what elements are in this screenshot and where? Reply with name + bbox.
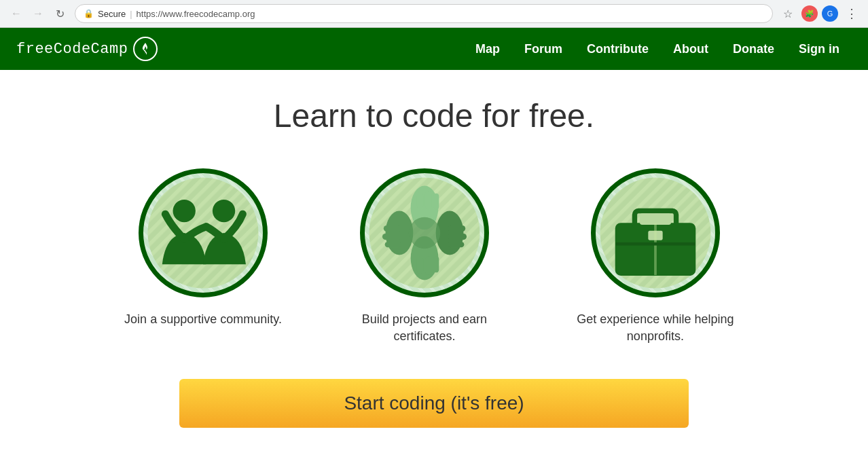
bookmark-button[interactable]: ☆ xyxy=(778,4,797,23)
nav-signin[interactable]: Sign in xyxy=(786,28,852,70)
svg-rect-22 xyxy=(448,225,465,232)
browser-chrome: ← → ↻ 🔒 Secure | https://www.freecodecam… xyxy=(0,0,868,28)
community-icon-circle xyxy=(139,168,268,297)
browser-toolbar: ← → ↻ 🔒 Secure | https://www.freecodecam… xyxy=(0,0,868,27)
refresh-button[interactable]: ↻ xyxy=(50,4,69,23)
svg-rect-23 xyxy=(448,234,467,240)
svg-rect-24 xyxy=(448,242,464,247)
svg-rect-11 xyxy=(425,191,431,210)
brand-text: freeCodeCamp xyxy=(16,41,128,58)
projects-caption: Build projects and earn certificates. xyxy=(336,311,513,345)
feature-projects: Build projects and earn certificates. xyxy=(336,168,513,345)
nonprofits-icon-circle xyxy=(591,168,720,297)
svg-rect-12 xyxy=(433,194,439,210)
browser-nav-buttons: ← → ↻ xyxy=(7,4,69,23)
svg-point-3 xyxy=(147,177,258,288)
svg-rect-34 xyxy=(616,242,695,246)
browser-actions: ☆ 🧩 G ⋮ xyxy=(778,4,861,23)
navbar: freeCodeCamp Map Forum Contribute About … xyxy=(0,28,868,70)
menu-button[interactable]: ⋮ xyxy=(842,4,861,23)
nonprofits-caption: Get experience while helping nonprofits. xyxy=(567,311,744,345)
svg-rect-19 xyxy=(382,234,401,240)
svg-rect-10 xyxy=(417,192,423,210)
projects-icon-circle xyxy=(360,168,489,297)
address-bar[interactable]: 🔒 Secure | https://www.freecodecamp.org xyxy=(75,4,773,23)
svg-rect-18 xyxy=(384,225,401,232)
separator: | xyxy=(130,9,132,19)
svg-point-4 xyxy=(173,200,196,222)
secure-icon: 🔒 xyxy=(84,9,94,18)
svg-rect-16 xyxy=(433,256,439,272)
navbar-nav: Map Forum Contribute About Donate Sign i… xyxy=(463,28,852,70)
hero-title: Learn to code for free. xyxy=(274,97,594,134)
url-text: https://www.freecodecamp.org xyxy=(137,9,255,19)
features-row: Join a supportive community. xyxy=(60,168,808,345)
svg-point-25 xyxy=(409,217,440,249)
nav-contribute[interactable]: Contribute xyxy=(575,28,661,70)
feature-nonprofits: Get experience while helping nonprofits. xyxy=(567,168,744,345)
back-button[interactable]: ← xyxy=(7,4,26,23)
nav-donate[interactable]: Donate xyxy=(721,28,786,70)
nav-about[interactable]: About xyxy=(661,28,721,70)
community-caption: Join a supportive community. xyxy=(124,311,282,328)
profile-button[interactable]: G xyxy=(822,5,838,22)
svg-rect-14 xyxy=(417,256,423,274)
extensions-button[interactable]: 🧩 xyxy=(801,5,818,22)
brand-logo[interactable]: freeCodeCamp xyxy=(16,37,158,61)
svg-rect-33 xyxy=(654,223,657,275)
secure-label: Secure xyxy=(98,9,126,19)
cta-button[interactable]: Start coding (it's free) xyxy=(179,379,689,428)
main-content: Learn to code for free. xyxy=(0,70,868,455)
nav-map[interactable]: Map xyxy=(463,28,512,70)
nav-forum[interactable]: Forum xyxy=(512,28,575,70)
forward-button[interactable]: → xyxy=(29,4,48,23)
svg-rect-15 xyxy=(425,256,431,275)
flame-icon xyxy=(133,37,158,61)
svg-rect-31 xyxy=(640,213,671,225)
svg-rect-20 xyxy=(385,242,401,247)
feature-community: Join a supportive community. xyxy=(124,168,282,345)
svg-point-5 xyxy=(213,200,235,222)
